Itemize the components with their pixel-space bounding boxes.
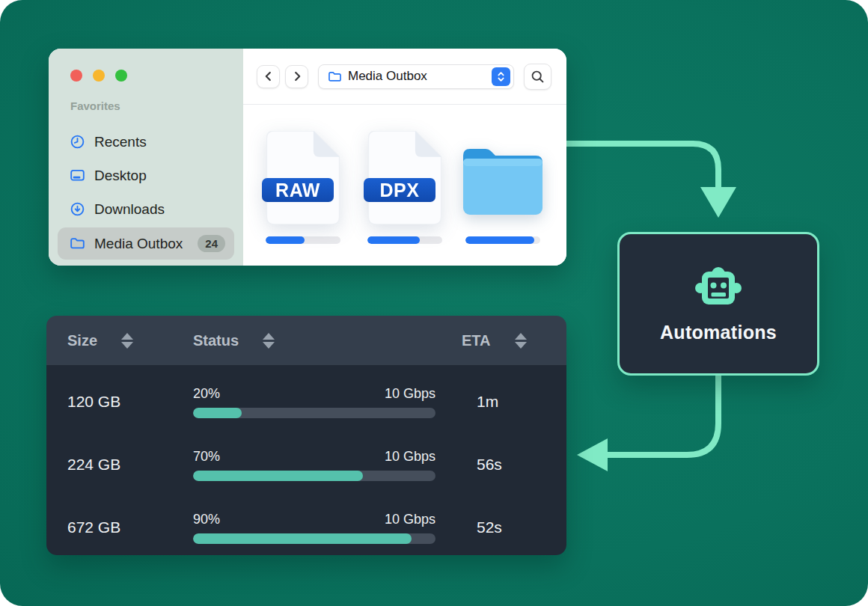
status-cell: 90% 10 Gbps [193, 512, 435, 544]
column-header-status[interactable]: Status [193, 332, 435, 349]
progress-bar [193, 408, 435, 418]
finder-file-grid: RAW DPX [243, 105, 566, 266]
sidebar-item-label: Downloads [94, 201, 165, 218]
chevron-right-icon [291, 70, 303, 82]
robot-icon [695, 265, 742, 307]
rate-label: 10 Gbps [385, 386, 435, 402]
column-label: Size [67, 332, 97, 349]
eta-cell: 1m [435, 393, 498, 411]
finder-window: Favorites Recents Desktop [49, 49, 566, 266]
sort-icon[interactable] [515, 333, 527, 349]
folder-icon [328, 70, 342, 84]
transfer-row-3[interactable]: 672 GB 90% 10 Gbps 52s [46, 496, 566, 555]
chevron-up-down-icon [496, 71, 506, 82]
search-button[interactable] [524, 64, 551, 90]
blue-folder-icon [463, 144, 542, 215]
desktop-icon [70, 168, 85, 183]
page-background: Favorites Recents Desktop [0, 0, 868, 606]
clock-icon [70, 134, 85, 150]
percent-label: 20% [193, 386, 220, 402]
finder-toolbar: Media Outbox [243, 49, 566, 105]
item-count-badge: 24 [198, 235, 225, 252]
close-window-icon[interactable] [70, 70, 82, 82]
file-progress-bar [367, 236, 442, 244]
automations-label: Automations [660, 322, 777, 343]
column-label: ETA [462, 332, 491, 349]
percent-label: 90% [193, 512, 220, 527]
sidebar-item-label: Media Outbox [94, 236, 183, 252]
window-controls [58, 70, 234, 82]
rate-label: 10 Gbps [385, 449, 435, 465]
transfer-row-2[interactable]: 224 GB 70% 10 Gbps 56s [46, 433, 566, 496]
table-body: 120 GB 20% 10 Gbps 1m 224 GB 70% 10 Gbps [46, 365, 566, 555]
arrow-automations-to-table [577, 373, 718, 471]
document-icon: RAW [266, 131, 340, 224]
minimize-window-icon[interactable] [93, 70, 105, 82]
file-type-badge: DPX [364, 178, 435, 202]
column-header-size[interactable]: Size [46, 332, 193, 349]
table-header-row: Size Status ETA [46, 316, 566, 365]
download-circle-icon [70, 201, 85, 217]
location-dropdown[interactable]: Media Outbox [318, 64, 514, 89]
eta-cell: 52s [435, 518, 502, 536]
folder-icon [70, 236, 85, 251]
finder-main-pane: Media Outbox [243, 49, 566, 266]
size-cell: 672 GB [46, 518, 193, 536]
progress-bar [193, 471, 435, 481]
sidebar-item-label: Recents [94, 134, 147, 150]
file-type-badge: RAW [262, 178, 334, 202]
zoom-window-icon[interactable] [115, 70, 127, 82]
arrowhead-down-icon [700, 187, 736, 218]
automations-node[interactable]: Automations [617, 232, 819, 376]
sidebar-item-desktop[interactable]: Desktop [58, 159, 234, 192]
file-progress-bar [465, 236, 540, 244]
arrowhead-left-icon [577, 438, 608, 471]
size-cell: 224 GB [46, 456, 193, 474]
file-folder[interactable] [465, 131, 540, 244]
size-cell: 120 GB [46, 393, 193, 411]
sidebar-item-media-outbox[interactable]: Media Outbox 24 [58, 227, 234, 260]
sidebar-section-label: Favorites [58, 100, 234, 112]
progress-bar [193, 533, 435, 544]
sort-icon[interactable] [121, 333, 133, 349]
file-raw[interactable]: RAW [266, 131, 340, 244]
sidebar-item-label: Desktop [94, 168, 147, 184]
percent-label: 70% [193, 449, 220, 465]
rate-label: 10 Gbps [385, 512, 435, 527]
back-button[interactable] [257, 65, 280, 88]
search-icon [531, 70, 545, 84]
transfer-row-1[interactable]: 120 GB 20% 10 Gbps 1m [46, 370, 566, 433]
dropdown-stepper-icon [492, 67, 510, 86]
status-cell: 20% 10 Gbps [193, 386, 435, 418]
file-dpx[interactable]: DPX [367, 131, 442, 244]
finder-sidebar: Favorites Recents Desktop [49, 49, 243, 266]
arrow-finder-to-automations [560, 144, 736, 218]
file-progress-bar [266, 236, 340, 244]
column-label: Status [193, 332, 239, 349]
chevron-left-icon [263, 70, 275, 82]
column-header-eta[interactable]: ETA [435, 332, 527, 349]
sort-icon[interactable] [263, 333, 275, 349]
sidebar-item-downloads[interactable]: Downloads [58, 192, 234, 226]
forward-button[interactable] [285, 65, 308, 88]
eta-cell: 56s [435, 456, 502, 474]
sidebar-item-recents[interactable]: Recents [58, 125, 234, 159]
status-cell: 70% 10 Gbps [193, 449, 435, 481]
transfer-table: Size Status ETA 120 GB 20% 10 Gbps [46, 316, 566, 555]
document-icon: DPX [368, 131, 441, 224]
location-label: Media Outbox [348, 69, 486, 84]
